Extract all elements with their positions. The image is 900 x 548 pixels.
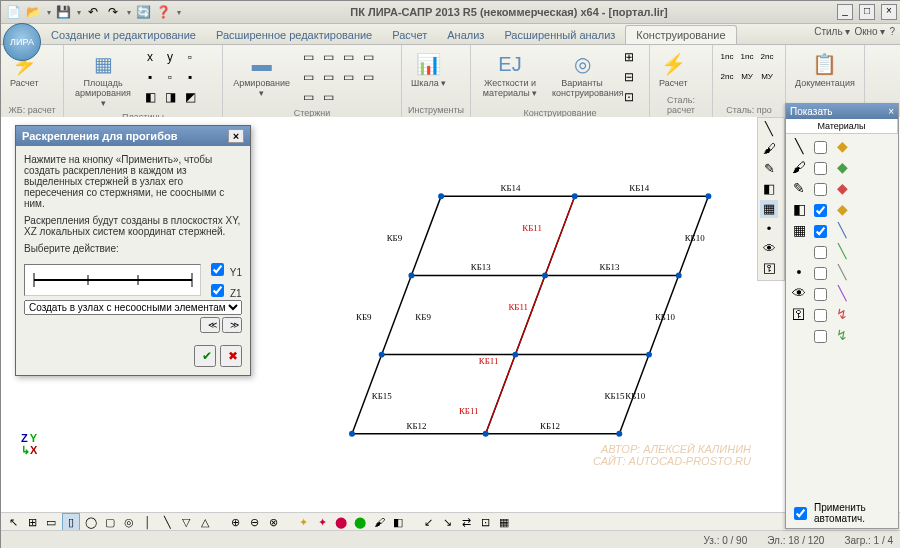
bottom-tool-icon[interactable]: △ — [197, 514, 213, 530]
style-menu[interactable]: Стиль ▾ — [814, 26, 850, 37]
bar-tool-icon[interactable]: ▭ — [319, 88, 337, 106]
bottom-tool-icon[interactable]: ⇄ — [458, 514, 474, 530]
bottom-tool-icon[interactable]: ↘ — [439, 514, 455, 530]
bottom-tool-icon[interactable]: ▢ — [102, 514, 118, 530]
tab-ext-analysis[interactable]: Расширенный анализ — [494, 26, 625, 44]
bar-tool-icon[interactable]: ▭ — [299, 88, 317, 106]
bottom-tool-icon[interactable]: ⊖ — [246, 514, 262, 530]
tab-ext-edit[interactable]: Расширенное редактирование — [206, 26, 382, 44]
tool-grid-icon[interactable]: ▦ — [760, 200, 778, 218]
plate-tool-icon[interactable]: ▪ — [181, 68, 199, 86]
bottom-tool-icon[interactable]: 🖌 — [371, 514, 387, 530]
layer-check[interactable] — [814, 204, 827, 217]
plate-tool-icon[interactable]: ◩ — [181, 88, 199, 106]
tab-analysis[interactable]: Анализ — [437, 26, 494, 44]
action-select[interactable]: Создать в узлах с несоосными элементами — [24, 300, 242, 315]
bottom-tool-icon[interactable]: ⊗ — [265, 514, 281, 530]
qat-undo-icon[interactable]: ↶ — [85, 4, 101, 20]
bar-tool-icon[interactable]: ▭ — [299, 68, 317, 86]
scale-button[interactable]: 📊Шкала ▾ — [406, 47, 451, 91]
plate-tool-icon[interactable]: ▫ — [181, 48, 199, 66]
layer-check[interactable] — [814, 141, 827, 154]
plate-tool-icon[interactable]: ◨ — [161, 88, 179, 106]
layer-check[interactable] — [814, 288, 827, 301]
bottom-tool-icon[interactable]: ↙ — [420, 514, 436, 530]
area-reinf-button[interactable]: ▦Площадь армирования ▾ — [68, 47, 138, 111]
steel-tool-icon[interactable]: 2nc — [718, 68, 736, 86]
tool-brush-icon[interactable]: 🖌 — [760, 140, 778, 158]
minimize-button[interactable]: _ — [837, 4, 853, 20]
steel-tool-icon[interactable]: МУ — [758, 68, 776, 86]
plate-tool-icon[interactable]: ▪ — [141, 68, 159, 86]
app-menu-button[interactable]: ЛИРА — [3, 23, 41, 61]
bottom-tool-icon[interactable]: ⊡ — [477, 514, 493, 530]
bottom-tool-icon[interactable]: ✦ — [295, 514, 311, 530]
layer-check[interactable] — [814, 267, 827, 280]
tool-key-icon[interactable]: ⚿ — [760, 260, 778, 278]
steel-tool-icon[interactable]: 1nc — [738, 48, 756, 66]
bottom-tool-icon[interactable]: ▽ — [178, 514, 194, 530]
layer-check[interactable] — [814, 225, 827, 238]
tool-pen-icon[interactable]: ✎ — [760, 160, 778, 178]
bottom-tool-icon[interactable]: ▭ — [43, 514, 59, 530]
tool-dot-icon[interactable]: • — [760, 220, 778, 238]
tab-materials[interactable]: Материалы — [786, 119, 898, 133]
bottom-tool-icon[interactable]: ↖ — [5, 514, 21, 530]
bottom-tool-icon[interactable]: ⊕ — [227, 514, 243, 530]
maximize-button[interactable]: □ — [859, 4, 875, 20]
bottom-tool-icon[interactable]: ⬤ — [333, 514, 349, 530]
design-tool-icon[interactable]: ⊡ — [620, 88, 638, 106]
bottom-tool-icon[interactable]: ⊞ — [24, 514, 40, 530]
dialog-close-icon[interactable]: × — [228, 129, 244, 143]
tab-create[interactable]: Создание и редактирование — [41, 26, 206, 44]
bottom-tool-icon[interactable]: ╲ — [159, 514, 175, 530]
tool-eye-icon[interactable]: 👁 — [760, 240, 778, 258]
stiffness-button[interactable]: EJЖесткости и материалы ▾ — [475, 47, 545, 101]
plate-tool-icon[interactable]: x — [141, 48, 159, 66]
layer-check[interactable] — [814, 330, 827, 343]
bar-tool-icon[interactable]: ▭ — [339, 48, 357, 66]
layer-check[interactable] — [814, 309, 827, 322]
qat-redo-icon[interactable]: ↷ — [105, 4, 121, 20]
bar-tool-icon[interactable]: ▭ — [319, 68, 337, 86]
tab-design[interactable]: Конструирование — [625, 25, 736, 44]
bar-tool-icon[interactable]: ▭ — [319, 48, 337, 66]
bar-tool-icon[interactable]: ▭ — [339, 68, 357, 86]
bottom-tool-icon[interactable]: │ — [140, 514, 156, 530]
nav-prev-button[interactable]: ≪ — [200, 317, 220, 333]
layer-check[interactable] — [814, 183, 827, 196]
bottom-tool-icon[interactable]: ▯ — [62, 513, 80, 531]
steel-tool-icon[interactable]: МУ — [738, 68, 756, 86]
bottom-tool-icon[interactable]: ✦ — [314, 514, 330, 530]
qat-open-icon[interactable]: 📂 — [25, 4, 41, 20]
bottom-tool-icon[interactable]: ◧ — [390, 514, 406, 530]
bottom-tool-icon[interactable]: ⬤ — [352, 514, 368, 530]
tool-line-icon[interactable]: ╲ — [760, 120, 778, 138]
layer-check[interactable] — [814, 162, 827, 175]
qat-new-icon[interactable]: 📄 — [5, 4, 21, 20]
bar-tool-icon[interactable]: ▭ — [359, 48, 377, 66]
bottom-tool-icon[interactable]: ◎ — [121, 514, 137, 530]
steel-tool-icon[interactable]: 1nc — [718, 48, 736, 66]
close-button[interactable]: × — [881, 4, 897, 20]
steel-calc-button[interactable]: ⚡Расчет — [654, 47, 693, 91]
plate-tool-icon[interactable]: ◧ — [141, 88, 159, 106]
bar-tool-icon[interactable]: ▭ — [359, 68, 377, 86]
bottom-tool-icon[interactable]: ▦ — [496, 514, 512, 530]
docs-button[interactable]: 📋Документация — [790, 47, 860, 91]
auto-apply-checkbox[interactable]: Применить автоматич. — [790, 502, 894, 524]
y1-checkbox[interactable]: Y1 — [207, 260, 242, 279]
bar-tool-icon[interactable]: ▭ — [299, 48, 317, 66]
qat-save-icon[interactable]: 💾 — [55, 4, 71, 20]
plate-tool-icon[interactable]: ▫ — [161, 68, 179, 86]
panel-close-icon[interactable]: × — [888, 106, 894, 117]
steel-tool-icon[interactable]: 2nc — [758, 48, 776, 66]
window-menu[interactable]: Окно ▾ — [854, 26, 885, 37]
qat-refresh-icon[interactable]: 🔄 — [135, 4, 151, 20]
bottom-tool-icon[interactable]: ◯ — [83, 514, 99, 530]
tool-cube-icon[interactable]: ◧ — [760, 180, 778, 198]
variants-button[interactable]: ◎Варианты конструирования — [547, 47, 617, 101]
help-icon[interactable]: ? — [889, 26, 895, 37]
layer-check[interactable] — [814, 246, 827, 259]
nav-next-button[interactable]: ≫ — [222, 317, 242, 333]
